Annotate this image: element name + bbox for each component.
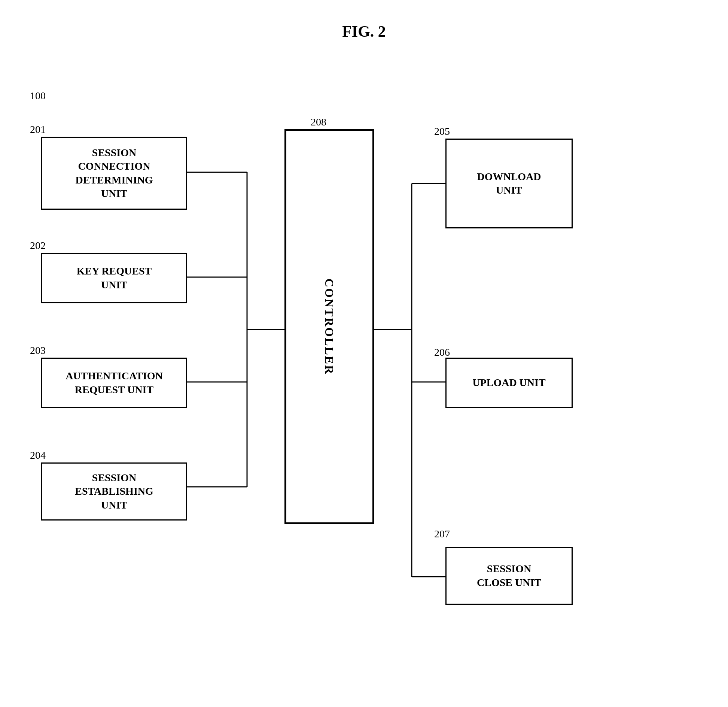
box-206: UPLOAD UNIT xyxy=(445,358,573,408)
ref-202-label: 202 xyxy=(30,240,46,252)
ref-206-label: 206 xyxy=(434,346,450,358)
ref-208-label: 208 xyxy=(311,116,326,128)
box-203: AUTHENTICATION REQUEST UNIT xyxy=(41,358,187,408)
box-207: SESSION CLOSE UNIT xyxy=(445,547,573,605)
ref-203-label: 203 xyxy=(30,345,46,356)
ref-201-label: 201 xyxy=(30,124,46,136)
controller-box: CONTROLLER xyxy=(284,129,374,524)
ref-207-label: 207 xyxy=(434,528,450,540)
box-201: SESSION CONNECTION DETERMINING UNIT xyxy=(41,137,187,210)
ref-204-label: 204 xyxy=(30,449,46,461)
box-202: KEY REQUEST UNIT xyxy=(41,253,187,303)
page-title: FIG. 2 xyxy=(0,0,728,48)
box-205: DOWNLOAD UNIT xyxy=(445,139,573,228)
ref-205-label: 205 xyxy=(434,125,450,137)
box-204: SESSION ESTABLISHING UNIT xyxy=(41,462,187,521)
